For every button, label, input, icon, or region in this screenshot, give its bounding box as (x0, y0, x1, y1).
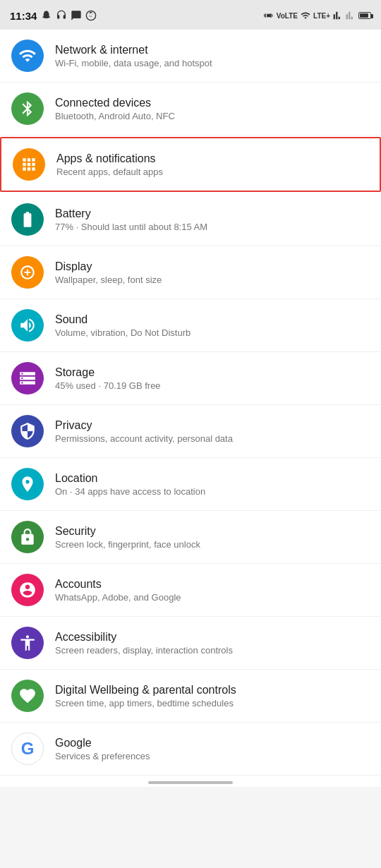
wifi-status-icon (301, 11, 310, 20)
battery-icon-circle (11, 203, 44, 236)
connected-text: Connected devices Bluetooth, Android Aut… (55, 97, 370, 121)
display-icon-circle (11, 256, 44, 289)
settings-item-digital-wellbeing[interactable]: Digital Wellbeing & parental controls Sc… (0, 670, 381, 723)
display-subtitle: Wallpaper, sleep, font size (55, 275, 370, 285)
accessibility-subtitle: Screen readers, display, interaction con… (55, 645, 370, 656)
battery-icon (18, 210, 37, 229)
settings-item-battery[interactable]: Battery 77% · Should last until about 8:… (0, 193, 381, 246)
status-time: 11:34 (10, 10, 37, 22)
vibrate-icon (264, 11, 274, 20)
apps-icon-circle (13, 148, 45, 181)
settings-item-privacy[interactable]: Privacy Permissions, account activity, p… (0, 405, 381, 458)
display-text: Display Wallpaper, sleep, font size (55, 260, 370, 285)
signal2-icon (346, 11, 356, 20)
accounts-icon-circle (11, 574, 44, 606)
google-title: Google (55, 737, 370, 749)
wellbeing-subtitle: Screen time, app timers, bedtime schedul… (55, 698, 370, 709)
sound-icon-circle (11, 309, 44, 342)
sound-icon (18, 316, 37, 334)
accounts-text: Accounts WhatsApp, Adobe, and Google (55, 578, 370, 603)
settings-item-google[interactable]: G Google Services & preferences (0, 723, 381, 776)
privacy-text: Privacy Permissions, account activity, p… (55, 419, 370, 444)
google-icon-circle: G (11, 733, 44, 765)
settings-item-security[interactable]: Security Screen lock, fingerprint, face … (0, 511, 381, 564)
lte-icon: LTE+ (313, 12, 330, 20)
volte-icon: VoLTE (277, 12, 298, 20)
apps-icon (20, 155, 38, 174)
battery-text: Battery 77% · Should last until about 8:… (55, 207, 370, 232)
apps-text: Apps & notifications Recent apps, defaul… (56, 152, 368, 177)
network-title: Network & internet (55, 44, 370, 56)
settings-item-accounts[interactable]: Accounts WhatsApp, Adobe, and Google (0, 564, 381, 617)
privacy-subtitle: Permissions, account activity, personal … (55, 433, 370, 444)
connected-icon-circle (11, 92, 44, 125)
display-icon (18, 263, 37, 282)
settings-item-location[interactable]: Location On · 34 apps have access to loc… (0, 458, 381, 511)
battery-title: Battery (55, 207, 370, 220)
connected-subtitle: Bluetooth, Android Auto, NFC (55, 111, 370, 121)
security-icon (18, 528, 37, 546)
settings-item-storage[interactable]: Storage 45% used · 70.19 GB free (0, 352, 381, 405)
sound-subtitle: Volume, vibration, Do Not Disturb (55, 327, 370, 338)
storage-icon-circle (11, 362, 44, 394)
accounts-icon (18, 581, 37, 599)
settings-item-accessibility[interactable]: Accessibility Screen readers, display, i… (0, 617, 381, 670)
apps-subtitle: Recent apps, default apps (56, 167, 368, 177)
location-text: Location On · 34 apps have access to loc… (55, 472, 370, 497)
status-left: 11:34 (10, 10, 97, 22)
storage-text: Storage 45% used · 70.19 GB free (55, 366, 370, 391)
privacy-icon (18, 422, 37, 440)
settings-item-display[interactable]: Display Wallpaper, sleep, font size (0, 246, 381, 299)
accessibility-icon-circle (11, 627, 44, 659)
scroll-hint-area (0, 776, 381, 787)
storage-title: Storage (55, 366, 370, 379)
status-right-icons: VoLTE LTE+ (264, 11, 371, 20)
location-title: Location (55, 472, 370, 485)
display-title: Display (55, 260, 370, 273)
apps-title: Apps & notifications (56, 152, 368, 165)
accounts-subtitle: WhatsApp, Adobe, and Google (55, 592, 370, 603)
wellbeing-icon (18, 687, 37, 705)
status-notification-icons (41, 10, 97, 21)
privacy-icon-circle (11, 415, 44, 447)
google-g-icon: G (21, 739, 35, 759)
sound-title: Sound (55, 313, 370, 326)
location-subtitle: On · 34 apps have access to location (55, 486, 370, 497)
settings-item-network[interactable]: Network & internet Wi-Fi, mobile, data u… (0, 30, 381, 83)
settings-list: Network & internet Wi-Fi, mobile, data u… (0, 30, 381, 776)
network-subtitle: Wi-Fi, mobile, data usage, and hotspot (55, 58, 370, 68)
network-text: Network & internet Wi-Fi, mobile, data u… (55, 44, 370, 68)
battery-status-icon (358, 12, 371, 19)
snapchat-icon (41, 10, 52, 21)
wellbeing-icon-circle (11, 680, 44, 712)
signal-icon (333, 11, 343, 20)
accessibility-icon (18, 634, 37, 652)
settings-item-sound[interactable]: Sound Volume, vibration, Do Not Disturb (0, 299, 381, 352)
location-icon (18, 475, 37, 493)
wifi-icon (18, 47, 37, 65)
battery-subtitle: 77% · Should last until about 8:15 AM (55, 222, 370, 232)
security-subtitle: Screen lock, fingerprint, face unlock (55, 539, 370, 550)
accessibility-text: Accessibility Screen readers, display, i… (55, 631, 370, 656)
accessibility-title: Accessibility (55, 631, 370, 644)
shazam-icon (85, 10, 97, 21)
security-text: Security Screen lock, fingerprint, face … (55, 525, 370, 550)
privacy-title: Privacy (55, 419, 370, 432)
google-text: Google Services & preferences (55, 737, 370, 761)
security-title: Security (55, 525, 370, 538)
storage-subtitle: 45% used · 70.19 GB free (55, 380, 370, 391)
sound-text: Sound Volume, vibration, Do Not Disturb (55, 313, 370, 338)
wellbeing-text: Digital Wellbeing & parental controls Sc… (55, 684, 370, 709)
wellbeing-title: Digital Wellbeing & parental controls (55, 684, 370, 697)
google-subtitle: Services & preferences (55, 751, 370, 761)
network-icon-circle (11, 40, 44, 72)
security-icon-circle (11, 521, 44, 553)
settings-item-apps-notifications[interactable]: Apps & notifications Recent apps, defaul… (0, 137, 381, 192)
status-bar: 11:34 VoLTE (0, 0, 381, 30)
settings-item-connected-devices[interactable]: Connected devices Bluetooth, Android Aut… (0, 83, 381, 135)
storage-icon (18, 369, 37, 387)
headphones-icon (56, 10, 67, 21)
bluetooth-icon (18, 100, 37, 118)
accounts-title: Accounts (55, 578, 370, 591)
connected-title: Connected devices (55, 97, 370, 109)
